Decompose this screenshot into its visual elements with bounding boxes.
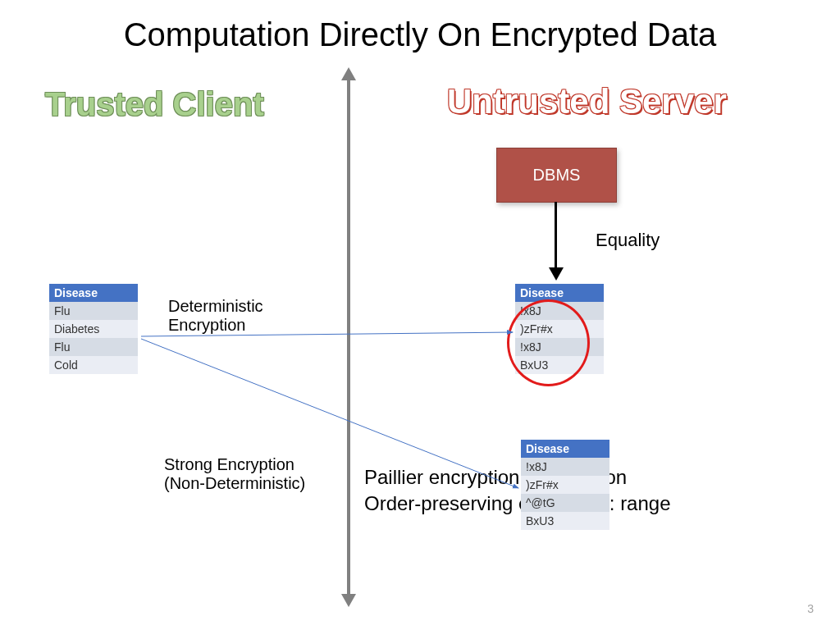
table-header: Disease	[515, 284, 604, 302]
untrusted-server-heading: Untrusted Server	[447, 82, 727, 121]
arrow-down-icon	[549, 267, 564, 281]
equality-highlight-ellipse	[507, 299, 590, 386]
encrypted-nondet-table: Disease !x8J )zFr#x ^@tG BxU3	[521, 440, 609, 530]
divider-arrow-up-icon	[341, 67, 356, 80]
equality-label: Equality	[596, 230, 660, 251]
client-disease-table: Disease Flu Diabetes Flu Cold	[49, 284, 138, 374]
trusted-client-heading: Trusted Client	[45, 86, 264, 123]
table-cell: Cold	[49, 356, 138, 374]
table-header: Disease	[49, 284, 138, 302]
strong-encryption-label: Strong Encryption (Non-Deterministic)	[164, 455, 305, 493]
table-cell: Flu	[49, 338, 138, 356]
table-cell: ^@tG	[521, 494, 609, 512]
table-cell: Flu	[49, 302, 138, 320]
divider-arrow-down-icon	[341, 594, 356, 607]
order-preserving-label: Order-preserving encryption: range	[364, 492, 671, 515]
table-cell: Diabetes	[49, 320, 138, 338]
page-number: 3	[807, 602, 814, 615]
table-cell: )zFr#x	[521, 476, 609, 494]
dbms-label: DBMS	[533, 166, 581, 185]
table-header: Disease	[521, 440, 609, 458]
slide-title: Computation Directly On Encrypted Data	[0, 16, 840, 53]
dbms-arrow-line	[555, 202, 557, 269]
dbms-box: DBMS	[496, 148, 617, 203]
vertical-divider	[347, 74, 350, 599]
deterministic-encryption-label: Deterministic Encryption	[168, 297, 263, 335]
table-cell: !x8J	[521, 458, 609, 476]
table-cell: BxU3	[521, 512, 609, 530]
